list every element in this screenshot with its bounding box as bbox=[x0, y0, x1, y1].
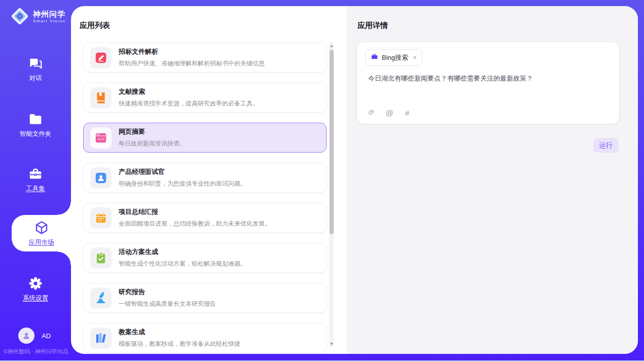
interviewer-icon bbox=[90, 167, 112, 189]
sidebar-item-chat[interactable]: 对话 bbox=[0, 53, 71, 85]
hash-icon[interactable]: # bbox=[403, 108, 412, 117]
microscope-icon bbox=[90, 287, 112, 309]
brand-diamond-icon bbox=[10, 7, 29, 26]
app-card[interactable]: 产品经理面试官 明确身份和职责，为您提供专业性的面试问题。 bbox=[83, 163, 327, 193]
scroll-up-arrow[interactable] bbox=[329, 43, 334, 49]
scroll-thumb[interactable] bbox=[330, 50, 334, 234]
calendar-icon bbox=[90, 207, 112, 229]
composer-toolbar: @# bbox=[367, 108, 412, 117]
brand-logo: 神州问学 Smart Vision bbox=[10, 7, 65, 26]
gear-icon bbox=[28, 276, 43, 291]
books-icon bbox=[90, 328, 112, 349]
app-card[interactable]: </> 网页摘要 每日政府新闻资讯快查。 bbox=[83, 123, 327, 153]
sidebar-item-tools[interactable]: 工具集 bbox=[0, 163, 71, 196]
avatar[interactable] bbox=[18, 328, 34, 344]
app-detail-panel: 应用详情 Bing搜索 × 今日湖北有哪些新闻要点？有哪些需要关注的最新政策？ … bbox=[346, 6, 638, 354]
app-list-scrollbar[interactable] bbox=[329, 43, 334, 347]
app-card[interactable]: 研究报告 一键智能生成高质量长文本研究报告 bbox=[83, 283, 327, 313]
main-content: 应用列表 招标文件解析 帮助用户快速、准确地理解和解析招标书中的关键信息 文献搜… bbox=[71, 6, 638, 354]
sidebar-item-market[interactable]: 应用市场 bbox=[12, 215, 71, 251]
copyright-footer: ©神州数码 · 神州问学出品 bbox=[4, 348, 68, 355]
at-icon[interactable]: @ bbox=[385, 108, 394, 117]
chat-icon bbox=[28, 56, 43, 71]
sidebar-item-folders[interactable]: 智能文件夹 bbox=[0, 108, 71, 141]
scroll-down-arrow[interactable] bbox=[329, 341, 334, 347]
app-card[interactable]: 教案生成 模板驱动，教案秒成，教学准备从此轻松快捷 bbox=[83, 323, 327, 353]
app-detail-title: 应用详情 bbox=[357, 21, 388, 30]
sidebar: 神州问学 Smart Vision 对话 智能文件夹 工具集 应用市场 系统设置… bbox=[0, 0, 71, 362]
brand-subtitle: Smart Vision bbox=[33, 19, 65, 23]
folder-icon bbox=[28, 112, 43, 127]
app-card[interactable]: 活动方案生成 智能生成个性化活动方案，轻松解决规划难题。 bbox=[83, 243, 327, 273]
tool-tag-label: Bing搜索 bbox=[382, 53, 408, 62]
svg-text:</>: </> bbox=[98, 137, 105, 141]
browser-code-icon: </> bbox=[90, 127, 112, 149]
clipboard-check-icon bbox=[90, 247, 112, 269]
app-card[interactable]: 文献搜索 快速精准查找学术资源，提高研究效率的必备工具。 bbox=[83, 83, 327, 113]
brand-name: 神州问学 bbox=[33, 10, 65, 19]
query-input[interactable]: 今日湖北有哪些新闻要点？有哪些需要关注的最新政策？ bbox=[368, 74, 606, 83]
cube-icon bbox=[34, 220, 49, 235]
toolbox-icon bbox=[28, 166, 43, 182]
book-icon bbox=[90, 87, 112, 108]
user-row[interactable]: AD bbox=[18, 328, 51, 344]
run-button[interactable]: 运行 bbox=[593, 138, 619, 153]
app-list-title: 应用列表 bbox=[80, 21, 110, 30]
edit-square-icon bbox=[90, 47, 112, 68]
app-list: 招标文件解析 帮助用户快速、准确地理解和解析招标书中的关键信息 文献搜索 快速精… bbox=[83, 43, 327, 354]
tool-tag-close-icon[interactable]: × bbox=[413, 54, 417, 61]
user-label: AD bbox=[42, 332, 51, 340]
sidebar-item-settings[interactable]: 系统设置 bbox=[0, 273, 71, 305]
app-card[interactable]: 项目总结汇报 全面回顾项目进展，总结经验教训，助力未来优化发展。 bbox=[83, 203, 327, 233]
paperclip-icon[interactable] bbox=[367, 108, 376, 117]
prompt-card: Bing搜索 × 今日湖北有哪些新闻要点？有哪些需要关注的最新政策？ @# bbox=[356, 42, 620, 124]
briefcase-icon bbox=[371, 53, 378, 62]
tool-tag-bing-search[interactable]: Bing搜索 × bbox=[365, 49, 422, 66]
app-card[interactable]: 招标文件解析 帮助用户快速、准确地理解和解析招标书中的关键信息 bbox=[83, 43, 327, 73]
